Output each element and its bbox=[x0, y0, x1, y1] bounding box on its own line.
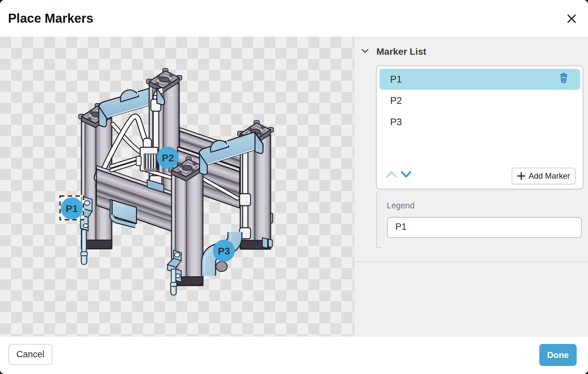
svg-text:P1: P1 bbox=[66, 203, 78, 214]
svg-text:P2: P2 bbox=[162, 152, 174, 163]
svg-text:P3: P3 bbox=[218, 245, 230, 256]
